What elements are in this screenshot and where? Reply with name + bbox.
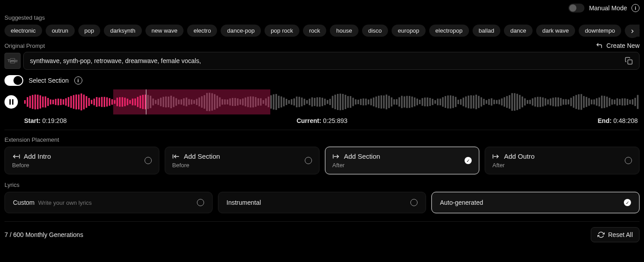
svg-rect-175 [468,96,469,108]
svg-rect-139 [375,97,377,107]
svg-rect-157 [422,98,423,106]
svg-rect-38 [116,97,118,106]
svg-rect-176 [470,95,472,109]
check-icon: ✓ [465,157,472,164]
tag-europop[interactable]: europop [392,25,426,37]
svg-rect-225 [596,98,597,106]
placement-option-3[interactable]: Add Outro After [485,147,640,174]
svg-rect-188 [501,98,503,106]
svg-rect-193 [514,93,515,110]
tag-downtempo[interactable]: downtempo [579,25,621,37]
prompt-input[interactable]: synthwave, synth-pop, retrowave, dreamwa… [23,52,640,70]
lyrics-hint: Write your own lyrics [38,199,92,206]
placement-sub: Before [12,162,51,169]
svg-rect-240 [635,98,636,106]
placement-sub: Before [172,162,220,169]
tag-electronic[interactable]: electronic [4,25,42,37]
svg-rect-85 [237,98,239,106]
svg-rect-113 [309,99,310,106]
lyrics-title: Auto-generated [440,199,483,206]
svg-rect-232 [614,100,615,104]
tag-ballad[interactable]: ballad [473,25,501,37]
tag-dance[interactable]: dance [504,25,532,37]
svg-rect-185 [493,100,495,104]
svg-rect-39 [119,97,120,106]
manual-mode-toggle[interactable] [568,4,584,13]
info-icon[interactable]: i [74,76,82,85]
tag-electro[interactable]: electro [187,25,217,37]
svg-rect-146 [393,99,395,105]
reset-all-label: Reset All [608,231,633,238]
svg-rect-143 [386,95,387,110]
tag-darksynth[interactable]: darksynth [104,25,141,37]
tag-outrun[interactable]: outrun [46,25,75,37]
svg-rect-124 [337,94,338,110]
track-thumbnail[interactable]: Turne [4,53,21,69]
svg-rect-70 [199,97,200,106]
svg-rect-23 [78,94,79,109]
tag-new-wave[interactable]: new wave [145,25,184,37]
svg-rect-104 [286,99,287,105]
svg-rect-121 [329,99,331,105]
svg-rect-163 [437,99,438,106]
svg-rect-153 [411,97,413,107]
lyrics-option-instrumental[interactable]: Instrumental [218,192,426,213]
select-section-toggle[interactable] [4,75,23,86]
svg-rect-222 [588,98,589,106]
svg-rect-19 [68,97,69,107]
tag-disco[interactable]: disco [362,25,388,37]
tags-scroll-right[interactable] [625,25,640,38]
svg-rect-53 [155,100,156,104]
waveform[interactable] [24,89,640,114]
copy-prompt-button[interactable] [625,57,633,65]
check-icon: ✓ [624,199,631,206]
svg-rect-96 [265,98,267,106]
tag-house[interactable]: house [330,25,358,37]
svg-rect-236 [624,98,626,106]
tag-electropop[interactable]: electropop [429,25,469,37]
placement-option-1[interactable]: Add Section Before [165,147,320,174]
tag-pop[interactable]: pop [78,25,101,37]
svg-rect-48 [142,95,144,109]
svg-rect-90 [250,97,251,108]
tag-dance-pop[interactable]: dance-pop [221,25,260,37]
create-new-button[interactable]: Create New [596,42,640,49]
tag-dark-wave[interactable]: dark wave [536,25,575,37]
svg-rect-89 [247,97,248,107]
svg-rect-94 [260,98,261,106]
svg-rect-183 [488,99,490,105]
svg-rect-168 [450,95,451,108]
svg-rect-47 [140,96,141,108]
bar-arrow-right-icon [492,153,500,160]
info-icon[interactable]: i [631,4,640,12]
svg-rect-221 [586,97,587,107]
svg-rect-186 [496,100,497,104]
svg-rect-238 [629,100,631,104]
svg-rect-69 [196,99,197,105]
tag-pop-rock[interactable]: pop rock [264,25,299,37]
lyrics-option-custom[interactable]: CustomWrite your own lyrics [4,192,213,213]
reset-all-button[interactable]: Reset All [591,227,640,242]
manual-mode-label: Manual Mode [589,4,627,12]
svg-rect-169 [452,96,454,108]
svg-rect-67 [191,99,192,104]
svg-rect-61 [175,98,177,106]
svg-rect-181 [483,99,485,105]
svg-rect-55 [160,97,162,106]
svg-rect-13 [52,100,54,104]
placement-option-0[interactable]: Add Intro Before [4,147,159,174]
svg-rect-158 [424,97,426,106]
play-pause-button[interactable] [4,95,18,109]
svg-rect-21 [73,95,74,109]
thumb-alt: Turne [7,59,17,63]
svg-rect-192 [512,93,513,111]
svg-rect-50 [147,95,149,109]
svg-rect-223 [591,100,592,105]
lyrics-option-auto-generated[interactable]: Auto-generated ✓ [431,192,640,213]
svg-rect-120 [327,100,328,104]
svg-rect-74 [209,93,210,111]
placement-option-2[interactable]: Add Section After ✓ [325,147,480,174]
svg-rect-122 [332,96,333,108]
svg-rect-210 [558,97,559,106]
tag-rock[interactable]: rock [303,25,327,37]
